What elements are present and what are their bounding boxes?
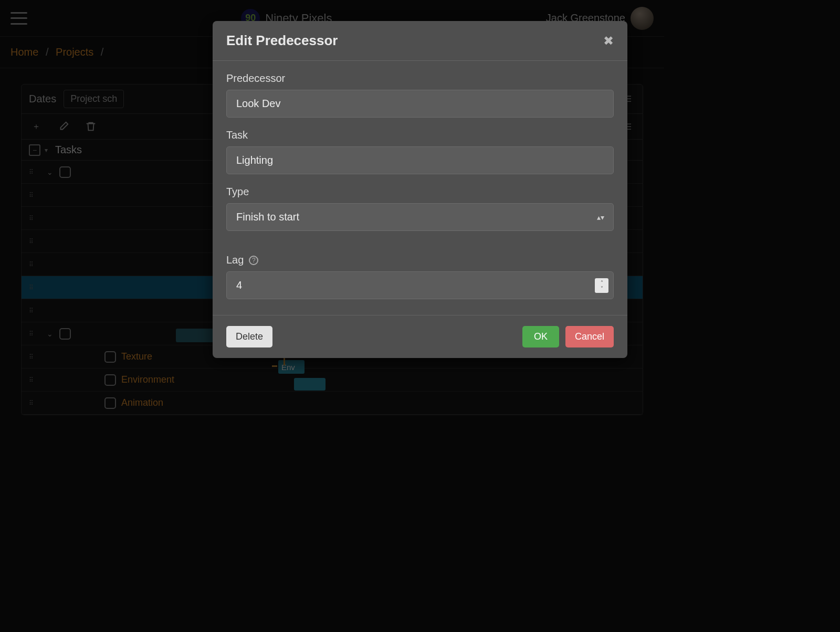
ok-button[interactable]: OK	[522, 326, 559, 347]
task-field[interactable]: Lighting	[226, 146, 614, 174]
lag-input[interactable]: 4	[226, 271, 614, 299]
edit-predecessor-modal: Edit Predecessor ✖ Predecessor Look Dev …	[213, 21, 627, 358]
cancel-button[interactable]: Cancel	[565, 326, 614, 347]
type-label: Type	[226, 186, 614, 198]
help-icon[interactable]: ?	[249, 256, 258, 265]
predecessor-field[interactable]: Look Dev	[226, 90, 614, 118]
delete-button[interactable]: Delete	[226, 326, 272, 347]
number-stepper[interactable]: ˄ ˅	[595, 278, 608, 293]
close-icon[interactable]: ✖	[603, 34, 614, 48]
lag-label: Lag ?	[226, 254, 614, 266]
select-caret-icon: ▴▾	[597, 213, 604, 222]
type-select[interactable]: Finish to start	[226, 203, 614, 231]
stepper-down-icon[interactable]: ˅	[601, 286, 603, 291]
stepper-up-icon[interactable]: ˄	[601, 280, 603, 286]
task-label: Task	[226, 129, 614, 141]
predecessor-label: Predecessor	[226, 72, 614, 85]
modal-title: Edit Predecessor	[226, 33, 338, 49]
modal-overlay: Edit Predecessor ✖ Predecessor Look Dev …	[0, 0, 664, 504]
